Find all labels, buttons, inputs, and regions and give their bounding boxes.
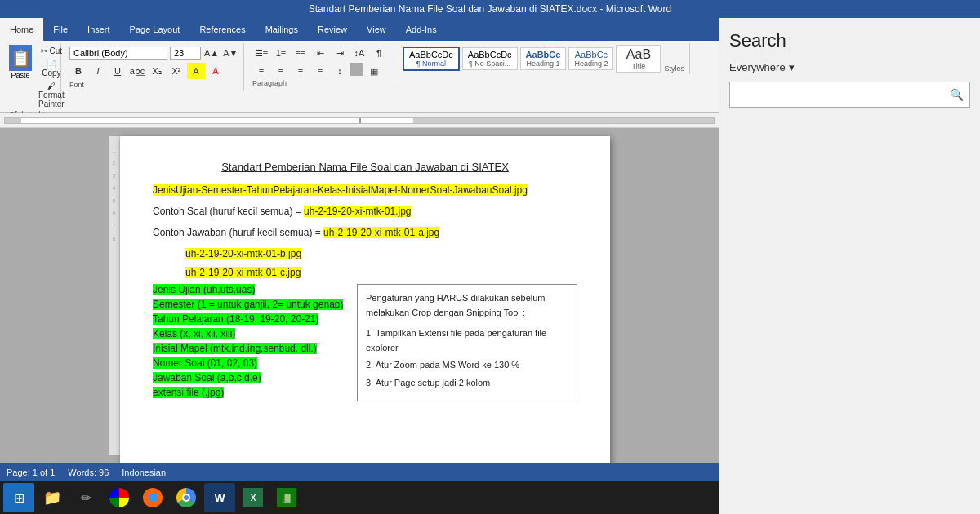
contoh-soal-value: uh-2-19-20-xi-mtk-01.jpg	[304, 206, 411, 217]
taskbar-edit-button[interactable]: ✏	[70, 483, 101, 512]
search-scope-row: Everywhere ▾	[729, 61, 970, 73]
font-color-button[interactable]: A	[207, 63, 225, 79]
pilcrow-button[interactable]: ¶	[370, 45, 388, 61]
green-item-0: Jenis Ujian (uh,uts,uas)	[153, 284, 349, 295]
style-heading2[interactable]: AaBbCc Heading 2	[568, 47, 613, 70]
info-item-2-text: Atur Zoom pada MS.Word ke 130 %	[376, 360, 520, 370]
status-bar: Page: 1 of 1 Words: 96 Indonesian	[0, 463, 719, 481]
indent-decrease-button[interactable]: ⇤	[311, 45, 329, 61]
strikethrough-button[interactable]: ab͟c	[128, 63, 146, 79]
green-item-4: Inisial Mapel (mtk,ind,ing,senbud, dll.)	[153, 343, 349, 354]
bold-button[interactable]: B	[69, 63, 87, 79]
align-right-button[interactable]: ≡	[292, 63, 310, 79]
doc-scroll-area[interactable]: 12345678 Standart Pemberian Nama File So…	[0, 128, 719, 463]
tab-file[interactable]: File	[43, 18, 78, 41]
info-box-title: Pengaturan yang HARUS dilakukan sebelum …	[366, 291, 568, 320]
green-text-2: Tahun Pelajaran (18-19, 19-20, 20-21)	[153, 313, 318, 325]
superscript-button[interactable]: X²	[167, 63, 185, 79]
taskbar-firefox-button[interactable]	[137, 483, 168, 512]
jawaban-c-line: uh-2-19-20-xi-mtk-01-c.jpg	[153, 265, 577, 280]
align-left-button[interactable]: ≡	[252, 63, 270, 79]
ruler	[0, 113, 719, 128]
style-title[interactable]: AaB Title	[616, 45, 661, 73]
indent-increase-button[interactable]: ⇥	[331, 45, 349, 61]
font-label: Font	[69, 81, 238, 89]
info-item-3: 3. Atur Page setup jadi 2 kolom	[366, 376, 568, 391]
ribbon: Home File Insert Page Layout References …	[0, 18, 719, 113]
taskbar-excel-button[interactable]: X	[238, 483, 269, 512]
bullets-button[interactable]: ☰≡	[252, 45, 270, 61]
green-text-1: Semester (1 = untuk ganjil, 2= untuk gen…	[153, 299, 343, 310]
green-item-1: Semester (1 = untuk ganjil, 2= untuk gen…	[153, 299, 349, 310]
font-shrink-button[interactable]: A▼	[222, 45, 238, 61]
green-item-3: Kelas (x, xi, xii, xiii)	[153, 328, 349, 339]
style-heading1[interactable]: AaBbCc Heading 1	[520, 47, 567, 70]
clipboard-small-buttons: ✂ Cut 📄 Copy 🖌 Format Painter	[35, 45, 68, 110]
info-item-1-text: Tampilkan Extensi file pada pengaturan f…	[366, 328, 546, 352]
clipboard-group: 📋 Paste ✂ Cut 📄 Copy 🖌 Format Painter Cl…	[4, 43, 61, 109]
jawaban-b-value: uh-2-19-20-xi-mtk-01-b.jpg	[185, 248, 301, 259]
tab-home[interactable]: Home	[0, 18, 43, 41]
font-row1: A▲ A▼	[69, 45, 238, 61]
filename-format-line: JenisUjian-Semester-TahunPelajaran-Kelas…	[153, 183, 577, 197]
copy-button[interactable]: 📄 Copy	[35, 58, 68, 79]
status-page: Page: 1 of 1	[7, 467, 55, 477]
chevron-down-icon[interactable]: ▾	[789, 61, 795, 73]
paste-button[interactable]: 📋 Paste	[9, 45, 32, 79]
sort-button[interactable]: ↕A	[350, 45, 368, 61]
tab-references[interactable]: References	[189, 18, 255, 41]
font-format-row: B I U ab͟c X₂ X² A A	[69, 63, 238, 79]
cut-button[interactable]: ✂ Cut	[35, 45, 68, 57]
info-item-1: 1. Tampilkan Extensi file pada pengatura…	[366, 326, 568, 355]
tab-view[interactable]: View	[357, 18, 396, 41]
green-item-6: Jawaban Soal (a,b,c,d,e)	[153, 372, 349, 383]
search-input[interactable]	[730, 85, 943, 105]
subscript-button[interactable]: X₂	[148, 63, 166, 79]
underline-button[interactable]: U	[109, 63, 127, 79]
borders-button[interactable]: ▦	[365, 63, 383, 79]
tab-review[interactable]: Review	[308, 18, 357, 41]
taskbar-browser1-button[interactable]	[104, 483, 135, 512]
left-column: Jenis Ujian (uh,uts,uas) Semester (1 = u…	[153, 284, 349, 401]
green-text-5: Nomer Soal (01, 02, 03)	[153, 357, 257, 369]
search-go-button[interactable]: 🔍	[943, 82, 969, 107]
taskbar-chrome-button[interactable]	[171, 483, 202, 512]
green-item-5: Nomer Soal (01, 02, 03)	[153, 357, 349, 369]
word-area: Home File Insert Page Layout References …	[0, 18, 719, 514]
style-no-spacing[interactable]: AaBbCcDc ¶ No Spaci...	[462, 47, 518, 70]
align-center-button[interactable]: ≡	[272, 63, 290, 79]
info-box: Pengaturan yang HARUS dilakukan sebelum …	[357, 284, 577, 401]
font-grow-button[interactable]: A▲	[203, 45, 220, 61]
format-painter-button[interactable]: 🖌 Format Painter	[35, 80, 68, 110]
contoh-jawaban-line: Contoh Jawaban (huruf kecil semua) = uh-…	[153, 225, 577, 240]
tab-insert[interactable]: Insert	[78, 18, 120, 41]
italic-button[interactable]: I	[89, 63, 107, 79]
highlight-button[interactable]: A	[187, 63, 205, 79]
tab-add-ins[interactable]: Add-Ins	[396, 18, 447, 41]
numbering-button[interactable]: 1≡	[272, 45, 290, 61]
font-name-input[interactable]	[69, 47, 167, 60]
paragraph-label: Paragraph	[252, 79, 389, 87]
start-button[interactable]: ⊞	[3, 483, 34, 512]
contoh-jawaban-value-a: uh-2-19-20-xi-mtk-01-a.jpg	[323, 227, 439, 238]
multilevel-button[interactable]: ≡≡	[292, 45, 310, 61]
shading-button[interactable]	[350, 63, 363, 76]
tab-mailings[interactable]: Mailings	[256, 18, 308, 41]
ribbon-content: 📋 Paste ✂ Cut 📄 Copy 🖌 Format Painter Cl…	[0, 41, 719, 113]
status-words: Words: 96	[68, 467, 109, 477]
two-col-area: Jenis Ujian (uh,uts,uas) Semester (1 = u…	[153, 284, 577, 401]
document-title: Standart Pemberian Nama File Soal dan Ja…	[153, 161, 577, 173]
search-panel-title: Search	[729, 30, 970, 51]
taskbar-word-button[interactable]: W	[204, 483, 235, 512]
style-normal[interactable]: AaBbCcDc ¶ Normal	[403, 47, 460, 71]
contoh-jawaban-label: Contoh Jawaban (huruf kecil semua) =	[153, 227, 323, 238]
green-text-4: Inisial Mapel (mtk,ind,ing,senbud, dll.)	[153, 343, 317, 354]
filename-format-text: JenisUjian-Semester-TahunPelajaran-Kelas…	[153, 184, 528, 196]
taskbar-explorer-button[interactable]: 📁	[37, 483, 68, 512]
justify-button[interactable]: ≡	[311, 63, 329, 79]
font-size-input[interactable]	[170, 47, 201, 60]
line-spacing-button[interactable]: ↕	[331, 63, 349, 79]
taskbar-green-button[interactable]: 📗	[271, 483, 302, 512]
green-text-3: Kelas (x, xi, xii, xiii)	[153, 328, 235, 339]
tab-page-layout[interactable]: Page Layout	[120, 18, 190, 41]
